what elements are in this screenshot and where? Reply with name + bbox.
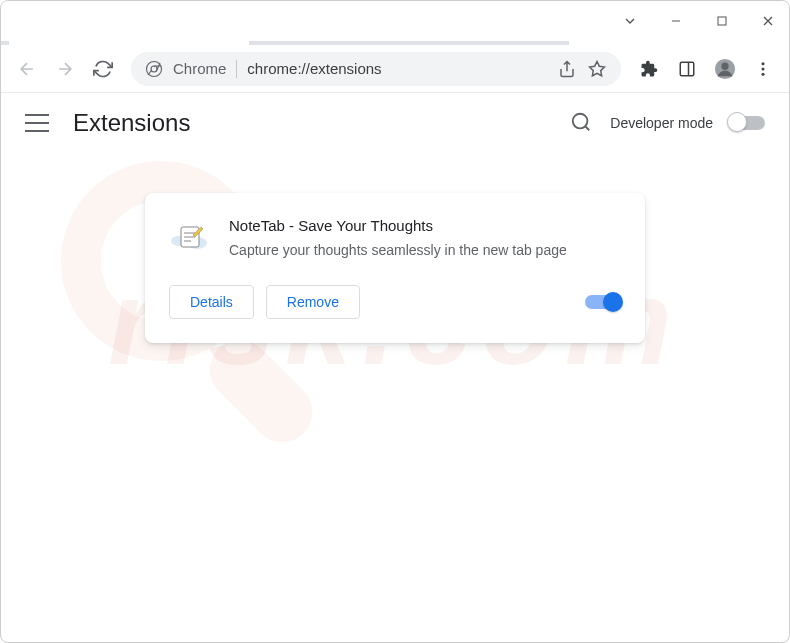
menu-dots-icon[interactable] [747, 53, 779, 85]
back-button[interactable] [11, 53, 43, 85]
svg-point-8 [762, 62, 765, 65]
developer-mode-label: Developer mode [610, 115, 713, 131]
svg-point-2 [151, 66, 157, 72]
extension-description: Capture your thoughts seamlessly in the … [229, 240, 621, 261]
svg-point-7 [721, 62, 728, 69]
search-icon[interactable] [570, 111, 594, 135]
profile-avatar-icon[interactable] [709, 53, 741, 85]
browser-toolbar: Chrome chrome://extensions [1, 45, 789, 93]
developer-mode-toggle[interactable] [729, 116, 765, 130]
hamburger-menu-icon[interactable] [25, 111, 49, 135]
maximize-icon[interactable] [713, 12, 731, 30]
svg-point-9 [762, 67, 765, 70]
page-header: Extensions Developer mode [1, 93, 789, 153]
reload-button[interactable] [87, 53, 119, 85]
extensions-content: NoteTab - Save Your Thoughts Capture you… [1, 153, 789, 383]
page-title: Extensions [73, 109, 190, 137]
window-titlebar [1, 1, 789, 41]
address-label: Chrome [173, 60, 226, 77]
chevron-down-icon[interactable] [621, 12, 639, 30]
svg-rect-4 [680, 62, 694, 76]
address-bar[interactable]: Chrome chrome://extensions [131, 52, 621, 86]
address-url: chrome://extensions [247, 60, 381, 77]
address-separator [236, 60, 237, 78]
extension-card: NoteTab - Save Your Thoughts Capture you… [145, 193, 645, 343]
chrome-icon [145, 60, 163, 78]
svg-point-10 [762, 72, 765, 75]
svg-rect-0 [718, 17, 726, 25]
star-icon[interactable] [587, 59, 607, 79]
minimize-icon[interactable] [667, 12, 685, 30]
details-button[interactable]: Details [169, 285, 254, 319]
extension-app-icon [169, 217, 209, 257]
svg-point-11 [573, 114, 588, 129]
share-icon[interactable] [557, 59, 577, 79]
forward-button[interactable] [49, 53, 81, 85]
extension-enable-toggle[interactable] [585, 295, 621, 309]
svg-line-12 [586, 126, 590, 130]
svg-marker-3 [590, 61, 605, 75]
extension-name: NoteTab - Save Your Thoughts [229, 217, 621, 234]
extensions-puzzle-icon[interactable] [633, 53, 665, 85]
remove-button[interactable]: Remove [266, 285, 360, 319]
sidepanel-icon[interactable] [671, 53, 703, 85]
close-icon[interactable] [759, 12, 777, 30]
